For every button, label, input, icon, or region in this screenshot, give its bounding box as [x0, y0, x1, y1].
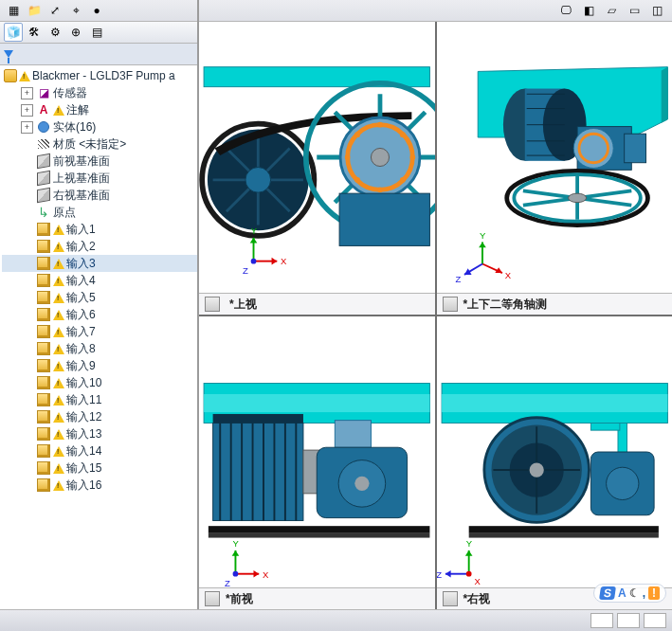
- tree-node[interactable]: 输入14: [2, 442, 197, 460]
- tab-feature-manager[interactable]: 🧊: [4, 23, 23, 42]
- hidden-lines-icon[interactable]: ▭: [625, 1, 644, 20]
- expander-spacer: [21, 445, 33, 458]
- display-state-icon[interactable]: 🖵: [556, 1, 575, 20]
- tree-node[interactable]: +A注解: [2, 101, 197, 118]
- tree-node[interactable]: 输入5: [2, 289, 197, 306]
- viewport-top[interactable]: X Y Z *上视: [199, 22, 435, 315]
- tree-node-label: 原点: [53, 205, 76, 221]
- tab-display-manager[interactable]: ▤: [87, 23, 106, 42]
- orientation-cube-icon[interactable]: [205, 591, 220, 606]
- tree-filter-bar[interactable]: [0, 44, 197, 65]
- feature-tree[interactable]: Blackmer - LGLD3F Pump a +◪传感器+A注解+实体(16…: [0, 65, 197, 609]
- svg-rect-101: [468, 526, 658, 533]
- expander-icon[interactable]: +: [21, 121, 33, 134]
- svg-text:Y: Y: [480, 230, 486, 241]
- views-area: 🖵 ◧ ▱ ▭ ◫: [199, 0, 672, 609]
- svg-rect-64: [213, 423, 303, 520]
- svg-point-17: [409, 154, 415, 160]
- tree-node[interactable]: 材质 <未指定>: [2, 135, 197, 153]
- svg-point-19: [377, 187, 383, 192]
- tree-node[interactable]: +实体(16): [2, 118, 197, 135]
- floating-badge[interactable]: S A ☾ , !: [593, 584, 666, 603]
- tree-node-label: 输入16: [66, 478, 101, 494]
- tree-node[interactable]: 输入12: [2, 408, 197, 425]
- material-icon: [36, 136, 51, 152]
- plane-icon: [36, 188, 51, 203]
- tree-root-node[interactable]: Blackmer - LGLD3F Pump a: [2, 67, 197, 84]
- tree-node[interactable]: 输入1: [2, 221, 197, 238]
- status-seg-3[interactable]: [644, 613, 666, 628]
- expander-icon[interactable]: +: [21, 104, 33, 117]
- shaded-icon[interactable]: ◧: [579, 1, 598, 20]
- svg-text:X: X: [281, 256, 287, 266]
- tree-node-label: 输入13: [66, 426, 101, 442]
- tree-node[interactable]: 输入6: [2, 306, 197, 323]
- tree-node[interactable]: 输入2: [2, 238, 197, 255]
- viewport-right[interactable]: Y Z X *右视: [437, 316, 673, 609]
- svg-marker-85: [232, 550, 240, 556]
- tool-ball-icon[interactable]: ●: [87, 1, 106, 20]
- svg-rect-73: [213, 414, 303, 424]
- status-seg-1[interactable]: [590, 613, 613, 628]
- tree-node[interactable]: 输入10: [2, 374, 197, 391]
- tree-node[interactable]: 输入8: [2, 340, 197, 357]
- triad-front: X Y Z: [225, 538, 269, 587]
- imported-body-icon: [36, 478, 51, 493]
- tree-node-label: 输入11: [66, 392, 101, 408]
- warning-icon: [53, 293, 64, 303]
- tree-node[interactable]: 输入13: [2, 425, 197, 442]
- svg-rect-79: [209, 526, 430, 533]
- tree-node[interactable]: ↳原点: [2, 204, 197, 221]
- expander-spacer: [21, 155, 33, 168]
- imported-body-icon: [36, 256, 51, 271]
- tree-node-label: 传感器: [53, 85, 87, 101]
- tool-grid-icon[interactable]: ▦: [4, 1, 23, 20]
- imported-body-icon: [36, 443, 51, 459]
- svg-rect-90: [442, 394, 667, 412]
- tool-folder-icon[interactable]: 📁: [25, 1, 44, 20]
- tool-target-icon[interactable]: ⌖: [66, 1, 85, 20]
- plane-icon: [36, 153, 51, 169]
- tree-node[interactable]: 前视基准面: [2, 153, 197, 170]
- expander-icon[interactable]: +: [21, 87, 33, 99]
- svg-point-22: [354, 132, 360, 137]
- tree-node[interactable]: +◪传感器: [2, 84, 197, 101]
- warning-icon: [53, 242, 64, 252]
- svg-text:Y: Y: [465, 538, 472, 549]
- section-icon[interactable]: ◫: [647, 1, 666, 20]
- tree-node[interactable]: 输入4: [2, 272, 197, 289]
- viewport-iso[interactable]: X Y Z *上下二等角轴测: [437, 22, 673, 315]
- viewport-front[interactable]: X Y Z *前视: [199, 316, 435, 609]
- expander-spacer: [21, 258, 33, 270]
- tab-dim-x[interactable]: ⊕: [66, 23, 85, 42]
- tool-expand-icon[interactable]: ⤢: [45, 1, 64, 20]
- warning-icon: [53, 361, 64, 371]
- tree-node[interactable]: 上视基准面: [2, 170, 197, 187]
- tree-node[interactable]: 输入9: [2, 357, 197, 374]
- orientation-cube-icon[interactable]: [443, 297, 458, 312]
- tree-node[interactable]: 输入15: [2, 460, 197, 477]
- tree-node-label: 前视基准面: [53, 153, 110, 170]
- svg-point-98: [529, 462, 543, 477]
- tree-node[interactable]: 输入16: [2, 477, 197, 494]
- expander-spacer: [21, 479, 33, 492]
- tree-node[interactable]: 输入11: [2, 391, 197, 408]
- expander-spacer: [21, 189, 33, 202]
- orientation-cube-icon[interactable]: [205, 297, 220, 312]
- tree-node-label: 输入14: [66, 443, 101, 460]
- tree-node[interactable]: 右视基准面: [2, 187, 197, 204]
- imported-body-icon: [36, 307, 51, 322]
- wireframe-icon[interactable]: ▱: [602, 1, 621, 20]
- orientation-cube-icon[interactable]: [443, 591, 458, 606]
- tree-node[interactable]: 输入7: [2, 323, 197, 340]
- tab-config-manager[interactable]: ⚙: [45, 23, 64, 42]
- status-seg-2[interactable]: [617, 613, 640, 628]
- warning-icon: [53, 344, 64, 354]
- tree-node[interactable]: 输入3: [2, 255, 197, 272]
- feature-tree-tabs: 🧊 🛠 ⚙ ⊕ ▤: [0, 22, 197, 44]
- warning-icon: [53, 463, 64, 474]
- svg-point-31: [251, 259, 257, 264]
- tab-property-manager[interactable]: 🛠: [25, 23, 44, 42]
- svg-point-15: [377, 122, 383, 128]
- expander-spacer: [21, 207, 33, 219]
